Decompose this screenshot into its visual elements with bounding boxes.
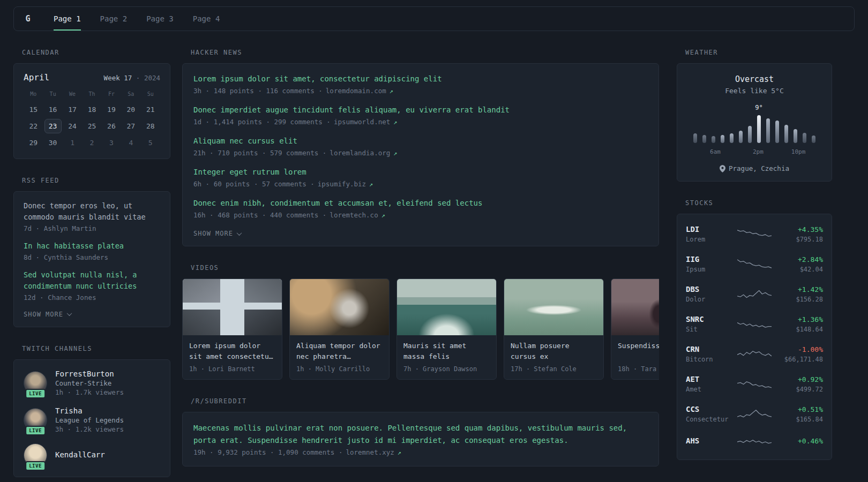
channel-meta: 3h · 1.2k viewers: [55, 425, 124, 433]
post-meta: 19h · 9,932 points · 1,090 comments · lo…: [193, 448, 648, 456]
tab-page-3[interactable]: Page 3: [146, 7, 174, 31]
stock-price: $165.84: [774, 416, 823, 423]
stock-sparkline: [735, 407, 774, 421]
external-link-icon[interactable]: [393, 118, 397, 126]
stock-change: +0.92%: [774, 375, 823, 383]
twitch-channel-row[interactable]: LIVE Trisha League of Legends 3h · 1.2k …: [24, 406, 160, 433]
stock-row[interactable]: AHS +0.46%: [686, 429, 823, 455]
stock-row[interactable]: LDI Lorem +4.35% $795.18: [686, 219, 823, 249]
hn-item-title[interactable]: Donec imperdiet augue tincidunt felis al…: [193, 104, 648, 116]
video-card[interactable]: Mauris sit amet massa felis 7h · Grayson…: [396, 278, 497, 380]
stock-change: +1.42%: [774, 285, 823, 293]
stock-identity: DBS Dolor: [686, 285, 735, 303]
rss-item-meta: 7d · Ashlyn Martin: [24, 224, 160, 232]
hn-source-link[interactable]: loremtech.co: [330, 211, 378, 219]
video-title: Aliquam tempor dolor nec pharetra…: [296, 341, 383, 362]
video-body: Lorem ipsum dolor sit amet consectetu… 1…: [183, 335, 282, 379]
weather-location-label: Prague, Czechia: [729, 164, 789, 172]
hn-source-link[interactable]: loremlandia.org: [330, 149, 390, 157]
video-meta: 1h · Lori Barnett: [189, 365, 275, 373]
video-title: Nullam posuere cursus ex: [511, 341, 597, 362]
rss-show-more-button[interactable]: SHOW MORE: [24, 311, 71, 318]
post-title[interactable]: Maecenas mollis pulvinar erat non posuer…: [193, 422, 648, 446]
hn-source-link[interactable]: ipsumify.biz: [318, 180, 366, 188]
calendar-year: 2024: [144, 74, 160, 82]
stock-sparkline: [735, 435, 774, 449]
hn-item-title[interactable]: Integer eget rutrum lorem: [193, 167, 648, 178]
day-header: Mo: [24, 89, 43, 101]
calendar-day: 21: [141, 101, 160, 118]
channel-game: Counter-Strike: [55, 379, 124, 387]
logo: G: [14, 7, 42, 31]
post-source-link[interactable]: loremnet.xyz: [346, 448, 394, 456]
hn-item-title[interactable]: Aliquam nec cursus elit: [193, 135, 648, 147]
stock-sparkline: [735, 347, 774, 361]
calendar-day: 22: [24, 118, 43, 134]
video-meta: 1h · Molly Carrillo: [296, 365, 383, 373]
video-card[interactable]: Aliquam tempor dolor nec pharetra… 1h · …: [289, 278, 390, 380]
video-card[interactable]: Nullam posuere cursus ex 17h · Stefan Co…: [504, 278, 604, 380]
stock-symbol: IIG: [686, 255, 735, 263]
rss-item-title[interactable]: Sed volutpat nulla nisl, a condimentum n…: [24, 269, 160, 292]
tab-page-1[interactable]: Page 1: [54, 7, 81, 31]
stock-name: Lorem: [686, 236, 735, 243]
hn-meta-text: 1d · 1,414 points · 299 comments ·: [193, 118, 331, 126]
hn-item-meta: 16h · 468 points · 440 comments · loremt…: [193, 211, 648, 219]
hn-show-more-button[interactable]: SHOW MORE: [193, 230, 241, 237]
location-pin-icon: [720, 165, 725, 172]
subreddit-card: Maecenas mollis pulvinar erat non posuer…: [182, 412, 659, 466]
tab-page-2[interactable]: Page 2: [100, 7, 128, 31]
hn-item-title[interactable]: Donec enim nibh, condimentum et accumsan…: [193, 198, 648, 209]
channel-meta: 1h · 1.7k viewers: [55, 388, 124, 396]
calendar-day: 20: [121, 101, 140, 118]
weather-location: Prague, Czechia: [686, 164, 823, 172]
stock-figures: +4.35% $795.18: [774, 225, 823, 243]
stock-name: Ipsum: [686, 266, 735, 273]
video-card[interactable]: Lorem ipsum dolor sit amet consectetu… 1…: [182, 278, 282, 380]
stock-name: Consectetur: [686, 416, 735, 423]
channel-name: Trisha: [55, 406, 124, 415]
rss-item-meta: 12d · Chance Jones: [24, 293, 160, 302]
tab-page-4[interactable]: Page 4: [193, 7, 220, 31]
rss-item-title[interactable]: In hac habitasse platea: [24, 240, 160, 252]
twitch-channel-row[interactable]: LIVE KendallCarr: [24, 443, 160, 467]
external-link-icon[interactable]: [381, 212, 385, 219]
calendar-grid: 15 16 17 18 19 20 21 22 23 24 25 26 27 2…: [24, 101, 160, 151]
stock-row[interactable]: IIG Ipsum +2.84% $42.04: [686, 249, 823, 279]
stock-row[interactable]: DBS Dolor +1.42% $156.28: [686, 279, 823, 309]
section-title-weather: WEATHER: [685, 49, 832, 56]
hn-source-link[interactable]: loremdomain.com: [326, 87, 386, 95]
calendar-week-label: Week 17: [104, 74, 132, 82]
video-title: Mauris sit amet massa felis: [403, 341, 490, 362]
calendar-day: 27: [121, 118, 140, 134]
hn-source-link[interactable]: ipsumworld.net: [334, 118, 390, 126]
rss-item-title[interactable]: Donec tempor eros leo, ut commodo mauris…: [24, 200, 160, 223]
video-card[interactable]: Suspendisse diam 18h · Tara: [611, 278, 659, 380]
external-link-icon[interactable]: [390, 87, 393, 95]
hn-item: Aliquam nec cursus elit 21h · 710 points…: [193, 135, 648, 157]
stock-row[interactable]: CCS Consectetur +0.51% $165.84: [686, 399, 823, 429]
calendar-widget: CALENDAR April Week 17 · 2024 Mo Tu We T…: [13, 49, 170, 159]
stock-symbol: DBS: [686, 285, 735, 293]
weather-card: Overcast Feels like 5°C 9° 6am 2pm 10pm …: [677, 63, 832, 182]
weather-feels-like: Feels like 5°C: [686, 87, 823, 95]
subreddit-post: Maecenas mollis pulvinar erat non posuer…: [193, 422, 648, 456]
external-link-icon[interactable]: [398, 449, 401, 456]
chevron-down-icon: [237, 230, 242, 236]
stock-name: Amet: [686, 386, 735, 393]
twitch-channel-row[interactable]: LIVE ForrestBurton Counter-Strike 1h · 1…: [24, 370, 160, 396]
hn-item-title[interactable]: Lorem ipsum dolor sit amet, consectetur …: [193, 73, 648, 85]
day-header: Tu: [43, 89, 62, 101]
video-title: Suspendisse diam: [618, 341, 659, 362]
hn-meta-text: 16h · 468 points · 440 comments ·: [193, 211, 326, 219]
stock-row[interactable]: CRN Bitcorn -1.00% $66,171.48: [686, 339, 823, 369]
stock-sparkline: [735, 377, 774, 391]
hackernews-widget: HACKER NEWS Lorem ipsum dolor sit amet, …: [182, 49, 659, 246]
stock-symbol: CRN: [686, 345, 735, 353]
stock-row[interactable]: SNRC Sit +1.36% $148.64: [686, 309, 823, 339]
video-title: Lorem ipsum dolor sit amet consectetu…: [189, 341, 275, 362]
section-title-rss: RSS FEED: [22, 177, 170, 184]
stock-row[interactable]: AET Amet +0.92% $499.72: [686, 369, 823, 399]
external-link-icon[interactable]: [393, 149, 397, 157]
external-link-icon[interactable]: [369, 180, 373, 188]
